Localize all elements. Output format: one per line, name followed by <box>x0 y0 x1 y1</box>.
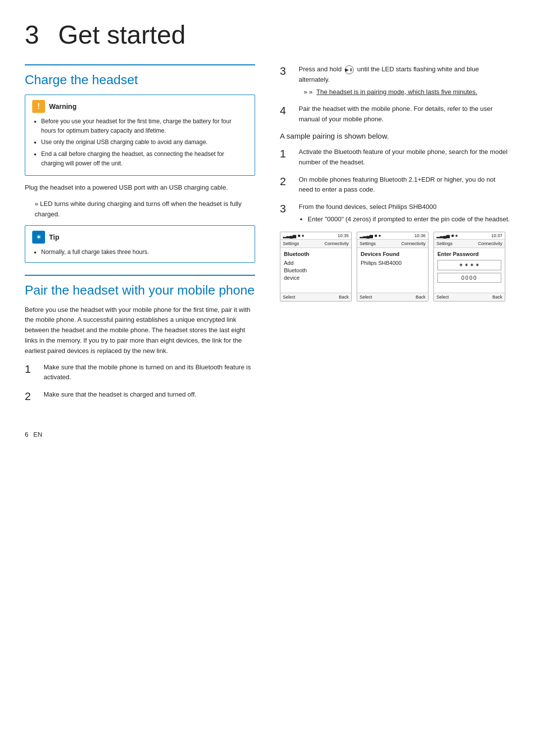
phone-3-password-mask: ✶✶✶✶ <box>437 260 501 270</box>
phone-2-statusbar: ▂▃▄▅ ■ ● 10:36 <box>357 232 428 240</box>
phone-1-nav-left: Settings <box>283 241 299 246</box>
phone-screen-3: ▂▃▄▅ ■ ● 10:37 Settings Connectivity Ent… <box>433 232 505 302</box>
phone-2-nav-right: Connectivity <box>401 241 426 246</box>
pair-sample-step-2-content: On mobile phones featuring Bluetooth 2.1… <box>299 175 510 196</box>
phone-2-body: Devices Found Philips SHB4000 <box>357 248 428 293</box>
pair-step-2-content: Make sure that the headset is charged an… <box>44 390 196 404</box>
warning-list: Before you use your headset for the firs… <box>32 117 248 168</box>
warning-box: ! Warning Before you use your headset fo… <box>25 95 255 176</box>
pair-sample-step-2: 2 On mobile phones featuring Bluetooth 2… <box>280 175 510 196</box>
pair-sample-step-3-content: From the found devices, select Philips S… <box>299 202 510 225</box>
phone-1-nav-right: Connectivity <box>324 241 349 246</box>
phone-2-nav: Settings Connectivity <box>357 240 428 248</box>
warning-icon: ! <box>32 100 45 113</box>
phone-3-footer-right: Back <box>492 295 502 300</box>
phone-screens: ▂▃▄▅ ■ ● 10:35 Settings Connectivity Blu… <box>280 232 510 302</box>
page-title: 3 Get started <box>25 20 510 50</box>
charge-sub-item: LED turns white during charging and turn… <box>35 199 255 220</box>
phone-3-nav-left: Settings <box>436 241 453 246</box>
charge-section-title: Charge the headset <box>25 72 255 88</box>
phone-3-nav: Settings Connectivity <box>434 240 505 248</box>
pair-section-divider <box>25 275 255 276</box>
pair-section-title: Pair the headset with your mobile phone <box>25 283 255 298</box>
right-step-4-content: Pair the headset with the mobile phone. … <box>299 104 510 125</box>
phone-1-footer-left: Select <box>283 295 295 300</box>
phone-2-time: 10:36 <box>414 233 426 238</box>
phone-screen-2: ▂▃▄▅ ■ ● 10:36 Settings Connectivity Dev… <box>357 232 428 302</box>
warning-item-1: Before you use your headset for the firs… <box>41 117 248 136</box>
phone-1-footer: Select Back <box>280 293 351 301</box>
play-pause-icon: ▶⏸ <box>345 65 354 74</box>
right-step-3-sub: » The headset is in pairing mode, which … <box>299 87 510 98</box>
phone-3-footer-left: Select <box>436 295 449 300</box>
pair-sample-step-1: 1 Activate the Bluetooth feature of your… <box>280 147 510 168</box>
right-step-4: 4 Pair the headset with the mobile phone… <box>280 104 510 125</box>
footer-page-number: 6 <box>25 431 28 438</box>
phone-1-statusbar: ▂▃▄▅ ■ ● 10:35 <box>280 232 351 240</box>
phone-2-footer-left: Select <box>360 295 372 300</box>
page-footer: 6 EN <box>25 431 510 438</box>
pair-step-2: 2 Make sure that the headset is charged … <box>25 390 255 404</box>
phone-1-body: Bluetooth Add Bluetooth device <box>280 248 351 293</box>
warning-title: Warning <box>49 102 76 110</box>
charge-body-text: Plug the headset into a powered USB port… <box>25 183 255 193</box>
phone-2-footer-right: Back <box>416 295 426 300</box>
footer-language: EN <box>33 431 42 438</box>
phone-1-item-3: device <box>284 275 348 281</box>
tip-box: ✶ Tip Normally, a full charge takes thre… <box>25 225 255 262</box>
tip-item-1: Normally, a full charge takes three hour… <box>41 248 248 257</box>
phone-2-item-1: Philips SHB4000 <box>361 260 425 266</box>
tip-header: ✶ Tip <box>32 231 248 244</box>
pair-sample-step-3: 3 From the found devices, select Philips… <box>280 202 510 225</box>
charge-sub-list: LED turns white during charging and turn… <box>25 199 255 220</box>
phone-2-footer: Select Back <box>357 293 428 301</box>
phone-3-footer: Select Back <box>434 293 505 301</box>
phone-1-title: Bluetooth <box>284 251 348 257</box>
right-step-3: 3 Press and hold ▶⏸ until the LED starts… <box>280 64 510 97</box>
pair-sample-step-3-list: Enter "0000" (4 zeros) if prompted to en… <box>299 214 510 225</box>
phone-screen-1: ▂▃▄▅ ■ ● 10:35 Settings Connectivity Blu… <box>280 232 352 302</box>
chapter-number: 3 <box>25 20 39 49</box>
tip-icon: ✶ <box>32 231 45 244</box>
pair-intro-text: Before you use the headset with your mob… <box>25 305 255 356</box>
phone-3-password-val: 0000 <box>437 273 501 283</box>
pair-step-1-content: Make sure that the mobile phone is turne… <box>44 362 255 383</box>
charge-section-divider <box>25 64 255 65</box>
chapter-title: Get started <box>58 20 185 49</box>
sample-pairing-label: A sample pairing is shown below. <box>280 132 510 140</box>
phone-3-body: Enter Password ✶✶✶✶ 0000 <box>434 248 505 293</box>
phone-1-time: 10:35 <box>337 233 349 238</box>
right-step-3-content: Press and hold ▶⏸ until the LED starts f… <box>299 64 510 97</box>
warning-item-3: End a call before charging the headset, … <box>41 150 248 168</box>
phone-1-signal: ▂▃▄▅ ■ ● <box>283 233 304 238</box>
warning-item-2: Use only the original USB charging cable… <box>41 138 248 147</box>
phone-3-signal: ▂▃▄▅ ■ ● <box>436 233 458 238</box>
phone-1-item-1: Add <box>284 260 348 266</box>
pair-step-1: 1 Make sure that the mobile phone is tur… <box>25 362 255 383</box>
phone-1-item-2: Bluetooth <box>284 267 348 273</box>
phone-2-signal: ▂▃▄▅ ■ ● <box>360 233 381 238</box>
pair-sample-step-1-content: Activate the Bluetooth feature of your m… <box>299 147 510 168</box>
phone-1-nav: Settings Connectivity <box>280 240 351 248</box>
phone-2-nav-left: Settings <box>360 241 376 246</box>
warning-header: ! Warning <box>32 100 248 113</box>
tip-title: Tip <box>49 233 59 241</box>
phone-3-time: 10:37 <box>491 233 502 238</box>
phone-1-footer-right: Back <box>339 295 349 300</box>
phone-3-title: Enter Password <box>437 251 501 257</box>
phone-3-nav-right: Connectivity <box>478 241 502 246</box>
phone-3-statusbar: ▂▃▄▅ ■ ● 10:37 <box>434 232 505 240</box>
tip-list: Normally, a full charge takes three hour… <box>32 248 248 257</box>
pair-sample-step-3-item: Enter "0000" (4 zeros) if prompted to en… <box>308 214 510 225</box>
phone-2-title: Devices Found <box>361 251 425 257</box>
